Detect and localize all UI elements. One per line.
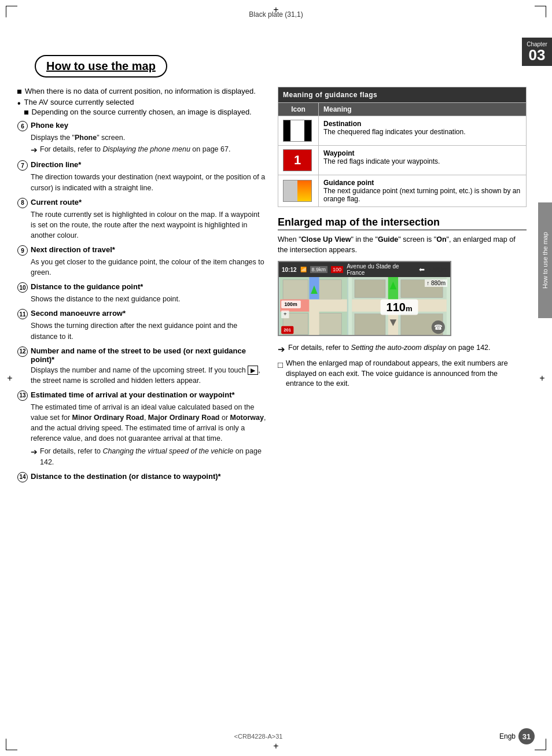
col-header-meaning: Meaning: [319, 103, 527, 116]
waypoint-icon-cell: 1: [278, 146, 319, 175]
item-13-italic: Changing the virtual speed of the vehicl…: [102, 447, 233, 455]
flag-row-destination: Destination The chequered flag indicates…: [278, 116, 527, 146]
guidance-flag-right: [297, 180, 311, 201]
map-street: Avenue du Stade de France: [347, 263, 415, 276]
close-up-view-bold: Close Up View: [301, 235, 351, 244]
item-6-note-text: For details, refer to Displaying the pho…: [40, 144, 230, 154]
svg-text:☎: ☎: [434, 324, 443, 331]
item-6-body: Displays the "Phone" screen. ➔ For detai…: [31, 132, 266, 156]
page-footer: <CRB4228-A>31 Engb 31: [0, 728, 552, 744]
footer-right: Engb 31: [499, 728, 535, 744]
bullet-dot-icon: •: [17, 98, 21, 109]
page-title: How to use the map: [46, 60, 156, 73]
destination-desc: The chequered flag indicates your destin…: [323, 128, 466, 136]
item-12-header: 12 Number and name of the street to be u…: [17, 346, 266, 364]
item-13-note: ➔ For details, refer to Changing the vir…: [31, 446, 266, 467]
left-column: When there is no data of current positio…: [17, 87, 266, 487]
map-right-panel: ☎ 110m ↑ 880m: [348, 277, 450, 336]
intersection-title: Enlarged map of the intersection: [278, 216, 527, 230]
item-11-body: Shows the turning direction after the ne…: [31, 320, 266, 341]
map-distance-unit: m: [406, 304, 413, 313]
intro-bullet-2-sub-text: Depending on the source currently chosen…: [32, 108, 252, 116]
item-9-number: 9: [17, 245, 28, 256]
flag-row-waypoint: 1 Waypoint The red flags indicate your w…: [278, 146, 527, 175]
item-11-header: 11 Second manoeuvre arrow*: [17, 309, 266, 319]
item-7-number: 7: [17, 160, 28, 171]
guidance-desc: The next guidance point (next turning po…: [323, 187, 520, 203]
intersection-section: Enlarged map of the intersection When "C…: [278, 216, 527, 389]
corner-mark-tr: [535, 6, 546, 17]
map-distance-box: 110m: [381, 300, 418, 315]
item-13-title: Estimated time of arrival at your destin…: [31, 390, 235, 399]
guidance-flag-left: [284, 180, 297, 201]
item-7-title: Direction line*: [31, 160, 81, 169]
item-14-number: 14: [17, 472, 28, 482]
map-time: 10:12: [282, 267, 297, 273]
svg-text:100m: 100m: [284, 301, 297, 307]
item-12-number: 12: [17, 346, 28, 357]
destination-icon-cell: [278, 116, 319, 146]
auto-zoom-italic: Setting the auto-zoom display: [351, 344, 446, 352]
square-bullet-icon: [17, 90, 21, 94]
item-14-header: 14 Distance to the destination (or dista…: [17, 472, 266, 482]
intro-bullet-2-sub: Depending on the source currently chosen…: [24, 108, 252, 116]
arrow-symbol-13: ➔: [31, 446, 38, 458]
item-13-bold-3: Motorway: [230, 414, 264, 422]
item-12-title: Number and name of the street to be used…: [31, 346, 266, 364]
checkered-flag-icon: [283, 120, 312, 142]
note-arrow-sym-1: ➔: [278, 343, 285, 355]
item-12-button-icon: ▶: [248, 366, 258, 375]
guidance-meaning: Guidance point The next guidance point (…: [319, 175, 527, 207]
item-9-header: 9 Next direction of travel*: [17, 245, 266, 256]
waypoint-desc: The red flags indicate your waypoints.: [323, 157, 440, 165]
item-8-header: 8 Current route*: [17, 198, 266, 208]
item-7-header: 7 Direction line*: [17, 160, 266, 171]
item-8-title: Current route*: [31, 198, 82, 206]
item-9-title: Next direction of travel*: [31, 245, 115, 254]
waypoint-title: Waypoint: [323, 149, 355, 157]
item-10-title: Distance to the guidance point*: [31, 282, 143, 291]
item-14-title: Distance to the destination (or distance…: [31, 472, 221, 481]
map-speed-limit: 100: [331, 266, 343, 273]
list-item-9: 9 Next direction of travel* As you get c…: [17, 245, 266, 278]
intersection-note-2-text: When the enlarged map of roundabout appe…: [286, 359, 527, 389]
map-arrow-left-icon: ⬅: [419, 265, 425, 274]
destination-meaning: Destination The chequered flag indicates…: [319, 116, 527, 146]
note-square-sym-2: □: [278, 359, 283, 371]
list-item-6: 6 Phone key Displays the "Phone" screen.…: [17, 121, 266, 156]
list-item-7: 7 Direction line* The direction towards …: [17, 160, 266, 193]
col-header-icon: Icon: [278, 103, 319, 116]
item-9-body: As you get closer to the guidance point,…: [31, 257, 266, 278]
chapter-number: 03: [524, 47, 550, 62]
intro-bullet-2: • The AV source currently selected Depen…: [17, 98, 266, 116]
item-8-number: 8: [17, 198, 28, 208]
guidance-flag-icon: [283, 180, 312, 202]
footer-center: <CRB4228-A>31: [234, 733, 283, 740]
flag-row-guidance: Guidance point The next guidance point (…: [278, 175, 527, 207]
guidance-flags-section: Meaning of guidance flags Icon Meaning: [278, 87, 527, 207]
svg-rect-23: [355, 314, 385, 335]
guidance-icon-cell: [278, 175, 319, 207]
page-number-badge: 31: [518, 728, 535, 744]
list-item-14: 14 Distance to the destination (or dista…: [17, 472, 266, 482]
map-left-svg: 100m + 201: [279, 277, 348, 336]
item-13-number: 13: [17, 390, 28, 401]
side-label: How to use the map: [538, 202, 552, 318]
item-13-body: The estimated time of arrival is an idea…: [31, 402, 266, 467]
svg-rect-21: [355, 280, 385, 298]
svg-text:201: 201: [284, 327, 292, 333]
waypoint-flag-icon: 1: [283, 149, 312, 171]
square-bullet-sub-icon: [24, 110, 28, 115]
item-10-body: Shows the distance to the next guidance …: [31, 294, 266, 304]
item-6-note: ➔ For details, refer to Displaying the p…: [31, 144, 266, 156]
map-body: 100m + 201: [279, 277, 450, 336]
guidance-title: Guidance point: [323, 179, 374, 187]
item-13-bold-1: Minor Ordinary Road: [72, 414, 144, 422]
item-8-body: The route currently set is highlighted i…: [31, 209, 266, 241]
item-10-number: 10: [17, 282, 28, 293]
map-distance-big: 110: [387, 301, 406, 314]
chapter-badge: Chapter 03: [522, 38, 552, 66]
guide-bold: Guide: [378, 235, 398, 244]
map-880-display: ↑ 880m: [425, 279, 447, 287]
item-6-bold: Phone: [75, 134, 97, 142]
